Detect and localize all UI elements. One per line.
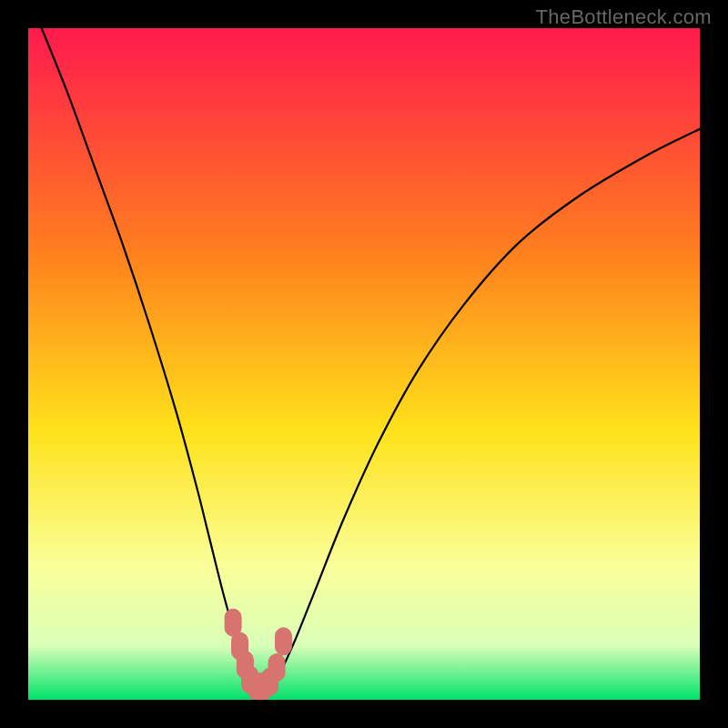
gradient-bg bbox=[28, 28, 700, 700]
outer-frame: TheBottleneck.com bbox=[0, 0, 728, 728]
watermark-text: TheBottleneck.com bbox=[536, 5, 712, 29]
highlight-marker bbox=[275, 628, 291, 655]
highlight-marker bbox=[268, 654, 285, 682]
chart-svg bbox=[28, 28, 700, 700]
plot-area bbox=[28, 28, 700, 700]
